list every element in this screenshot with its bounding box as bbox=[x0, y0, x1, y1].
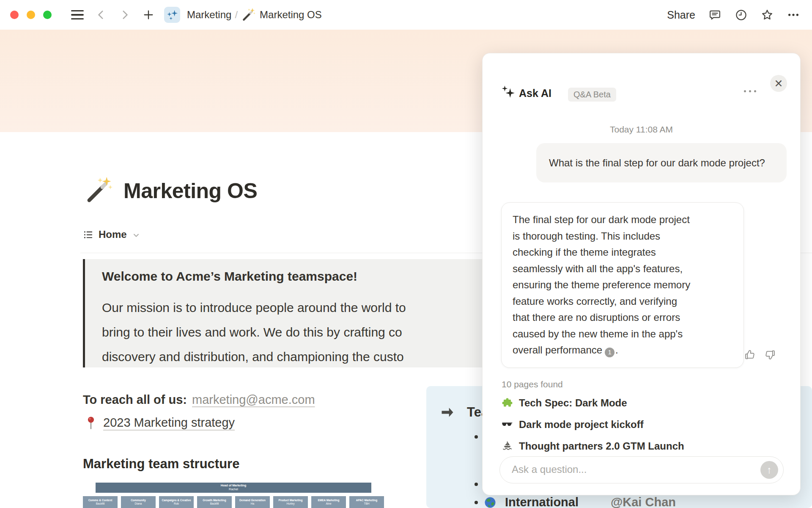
favorite-button[interactable] bbox=[760, 8, 774, 22]
bullet-point bbox=[475, 483, 478, 486]
breadcrumb-workspace[interactable]: Marketing bbox=[187, 9, 231, 21]
ai-answer-text: The final step for our dark mode project… bbox=[513, 212, 732, 359]
ai-source-item[interactable]: Tech Spec: Dark Mode bbox=[502, 392, 781, 414]
ellipsis-icon bbox=[787, 8, 800, 21]
bullet-point bbox=[475, 435, 478, 439]
user-question-bubble: What is the final step for our dark mode… bbox=[536, 143, 787, 182]
magic-wand-icon bbox=[242, 8, 255, 22]
sunglasses-icon bbox=[502, 419, 513, 430]
org-team-box: Demand GenerationHa bbox=[235, 496, 270, 508]
citation-badge[interactable]: 1 bbox=[605, 348, 614, 357]
panel-more-button[interactable] bbox=[740, 85, 760, 97]
bullet-point bbox=[475, 501, 478, 504]
pages-found-label: 10 pages found bbox=[502, 379, 563, 389]
ai-source-item[interactable]: Dark mode project kickoff bbox=[502, 414, 781, 435]
clock-icon bbox=[735, 8, 748, 22]
back-button[interactable] bbox=[95, 8, 107, 21]
forward-button[interactable] bbox=[118, 8, 131, 21]
arrow-up-icon: ↑ bbox=[767, 465, 772, 475]
ai-sources-list: Tech Spec: Dark ModeDark mode project ki… bbox=[502, 392, 781, 457]
org-team-box: Growth MarketingBackfill bbox=[197, 496, 232, 508]
page-icon-magic-wand[interactable] bbox=[86, 177, 112, 203]
org-chart-head-box: Head of Marketing Rachel bbox=[96, 483, 371, 493]
zoom-window-button[interactable] bbox=[43, 11, 52, 19]
ship-icon bbox=[502, 440, 513, 452]
source-title: Tech Spec: Dark Mode bbox=[519, 397, 627, 409]
org-chart-image[interactable]: Head of Marketing Rachel Comms & Content… bbox=[83, 483, 384, 508]
sidebar-toggle-icon[interactable] bbox=[71, 10, 84, 19]
breadcrumb-page[interactable]: Marketing OS bbox=[260, 9, 322, 21]
chevron-right-icon bbox=[119, 9, 130, 20]
comments-button[interactable] bbox=[708, 8, 721, 22]
plus-icon bbox=[143, 9, 154, 21]
ask-question-input[interactable] bbox=[512, 457, 749, 482]
chat-timestamp: Today 11:08 AM bbox=[483, 124, 800, 135]
close-icon: ✕ bbox=[774, 77, 783, 90]
globe-icon bbox=[484, 496, 497, 508]
more-options-button[interactable] bbox=[787, 8, 800, 22]
ai-answer-bubble: The final step for our dark mode project… bbox=[501, 202, 744, 368]
ai-sparkles-icon bbox=[166, 8, 178, 21]
ask-ai-sparkles-icon bbox=[501, 85, 516, 99]
org-team-box: Campaigns & CreativeRob bbox=[159, 496, 194, 508]
thumbs-down-button[interactable] bbox=[764, 349, 776, 361]
star-icon bbox=[760, 8, 774, 22]
org-team-box: APAC MarketingTBH bbox=[349, 496, 384, 508]
org-head-role: Head of Marketing bbox=[96, 484, 371, 488]
window-controls bbox=[10, 11, 52, 19]
team-structure-heading: Marketing team structure bbox=[83, 456, 239, 472]
ask-ai-title: Ask AI bbox=[519, 87, 551, 99]
international-page-link[interactable]: International bbox=[505, 495, 579, 508]
share-button[interactable]: Share bbox=[667, 9, 695, 21]
pushpin-icon bbox=[85, 416, 97, 430]
source-title: Thought partners 2.0 GTM Launch bbox=[519, 440, 684, 452]
qa-beta-badge: Q&A Beta bbox=[568, 88, 616, 102]
list-view-icon bbox=[83, 229, 93, 240]
org-team-box: Comms & ContentBackfill bbox=[83, 496, 118, 508]
close-window-button[interactable] bbox=[10, 11, 19, 19]
org-team-box: CommunityDiana bbox=[121, 496, 156, 508]
thumbs-up-button[interactable] bbox=[744, 349, 756, 361]
window-toolbar: Marketing / Marketing OS Share bbox=[0, 0, 812, 30]
ai-source-item[interactable]: Thought partners 2.0 GTM Launch bbox=[502, 435, 781, 457]
chevron-down-icon[interactable] bbox=[132, 231, 140, 240]
tab-home[interactable]: Home bbox=[83, 229, 140, 240]
comment-icon bbox=[708, 8, 721, 22]
org-head-name: Rachel bbox=[96, 488, 371, 491]
org-chart-teams-row: Comms & ContentBackfillCommunityDianaCam… bbox=[83, 496, 384, 508]
person-mention[interactable]: @Kai Chan bbox=[611, 495, 676, 508]
strategy-page-link[interactable]: 2023 Marketing strategy bbox=[103, 416, 235, 430]
org-team-box: Product MarketingHurley bbox=[273, 496, 308, 508]
arrow-right-icon bbox=[440, 405, 455, 420]
contact-label: To reach all of us: bbox=[83, 393, 187, 407]
minimize-window-button[interactable] bbox=[27, 11, 35, 19]
ask-question-inputbox[interactable]: ↑ bbox=[499, 456, 784, 483]
contact-email-link[interactable]: marketing@acme.com bbox=[192, 393, 315, 407]
new-tab-button[interactable] bbox=[142, 8, 155, 21]
chevron-left-icon bbox=[96, 9, 107, 20]
page-title: Marketing OS bbox=[123, 179, 257, 203]
view-tab-label: Home bbox=[99, 229, 127, 240]
notion-ai-chip[interactable] bbox=[164, 7, 180, 23]
panel-close-button[interactable]: ✕ bbox=[770, 75, 787, 92]
source-title: Dark mode project kickoff bbox=[519, 419, 644, 431]
history-button[interactable] bbox=[734, 8, 748, 22]
org-team-box: EMEA MarketingAine bbox=[311, 496, 346, 508]
send-button[interactable]: ↑ bbox=[760, 461, 778, 479]
ask-ai-panel: Ask AI Q&A Beta ✕ Today 11:08 AM What is… bbox=[482, 53, 801, 495]
puzzle-icon bbox=[502, 397, 513, 409]
breadcrumb-separator: / bbox=[235, 9, 238, 21]
